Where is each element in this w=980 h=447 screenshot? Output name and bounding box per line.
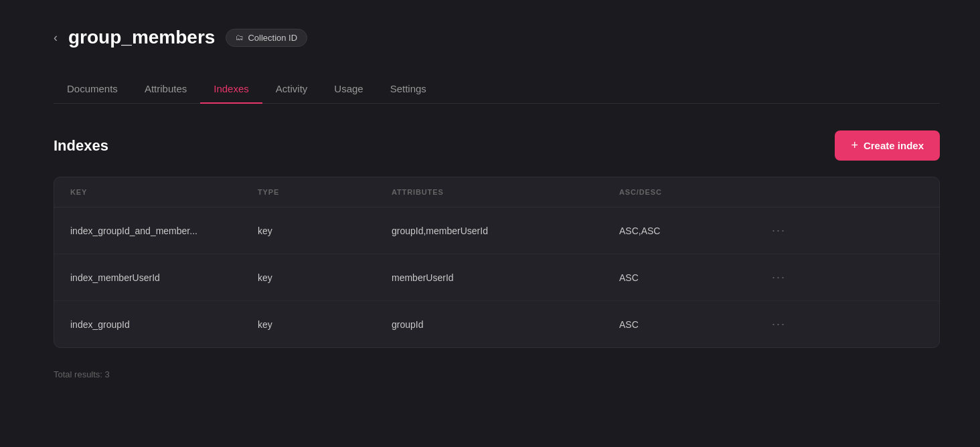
col-header-attributes: ATTRIBUTES bbox=[392, 188, 619, 196]
tab-settings[interactable]: Settings bbox=[377, 75, 440, 104]
page-container: ‹ group_members 🗂 Collection ID Document… bbox=[0, 0, 980, 406]
row-1-actions: ··· bbox=[766, 221, 807, 240]
row-1-more-options[interactable]: ··· bbox=[766, 221, 791, 240]
section-header: Indexes + Create index bbox=[54, 130, 940, 161]
collection-id-icon: 🗂 bbox=[236, 33, 244, 42]
col-header-key: KEY bbox=[70, 188, 258, 196]
tab-attributes[interactable]: Attributes bbox=[131, 75, 200, 104]
nav-tabs: DocumentsAttributesIndexesActivityUsageS… bbox=[54, 75, 940, 104]
row-2-more-options[interactable]: ··· bbox=[766, 268, 791, 287]
row-3-asc-desc: ASC bbox=[619, 319, 766, 330]
row-2-type: key bbox=[258, 272, 392, 283]
collection-id-label: Collection ID bbox=[248, 33, 297, 43]
row-3-actions: ··· bbox=[766, 315, 807, 334]
row-1-key: index_groupId_and_member... bbox=[70, 226, 258, 236]
table-row: index_memberUserId key memberUserId ASC … bbox=[54, 254, 939, 301]
row-3-key: index_groupId bbox=[70, 319, 258, 330]
back-arrow[interactable]: ‹ bbox=[54, 31, 58, 45]
tab-indexes[interactable]: Indexes bbox=[200, 75, 262, 104]
table-row: index_groupId_and_member... key groupId,… bbox=[54, 207, 939, 254]
collection-id-badge[interactable]: 🗂 Collection ID bbox=[226, 29, 307, 47]
col-header-actions bbox=[766, 188, 807, 196]
total-results: Total results: 3 bbox=[54, 369, 940, 379]
section-title: Indexes bbox=[54, 137, 108, 155]
create-index-label: Create index bbox=[864, 140, 924, 151]
tab-documents[interactable]: Documents bbox=[54, 75, 131, 104]
row-3-attributes: groupId bbox=[392, 319, 619, 330]
row-1-type: key bbox=[258, 226, 392, 236]
col-header-type: TYPE bbox=[258, 188, 392, 196]
tab-usage[interactable]: Usage bbox=[321, 75, 376, 104]
row-1-asc-desc: ASC,ASC bbox=[619, 226, 766, 236]
indexes-table: KEY TYPE ATTRIBUTES ASC/DESC index_group… bbox=[54, 177, 940, 348]
header: ‹ group_members 🗂 Collection ID bbox=[54, 27, 940, 48]
table-row: index_groupId key groupId ASC ··· bbox=[54, 301, 939, 347]
table-header: KEY TYPE ATTRIBUTES ASC/DESC bbox=[54, 177, 939, 207]
row-2-key: index_memberUserId bbox=[70, 272, 258, 283]
row-3-type: key bbox=[258, 319, 392, 330]
create-index-button[interactable]: + Create index bbox=[835, 130, 940, 161]
row-2-attributes: memberUserId bbox=[392, 272, 619, 283]
row-2-actions: ··· bbox=[766, 268, 807, 287]
row-1-attributes: groupId,memberUserId bbox=[392, 226, 619, 236]
plus-icon: + bbox=[851, 139, 858, 153]
row-3-more-options[interactable]: ··· bbox=[766, 315, 791, 334]
row-2-asc-desc: ASC bbox=[619, 272, 766, 283]
col-header-asc-desc: ASC/DESC bbox=[619, 188, 766, 196]
page-title: group_members bbox=[68, 27, 215, 48]
main-content: Indexes + Create index KEY TYPE ATTRIBUT… bbox=[54, 130, 940, 379]
tab-activity[interactable]: Activity bbox=[262, 75, 321, 104]
